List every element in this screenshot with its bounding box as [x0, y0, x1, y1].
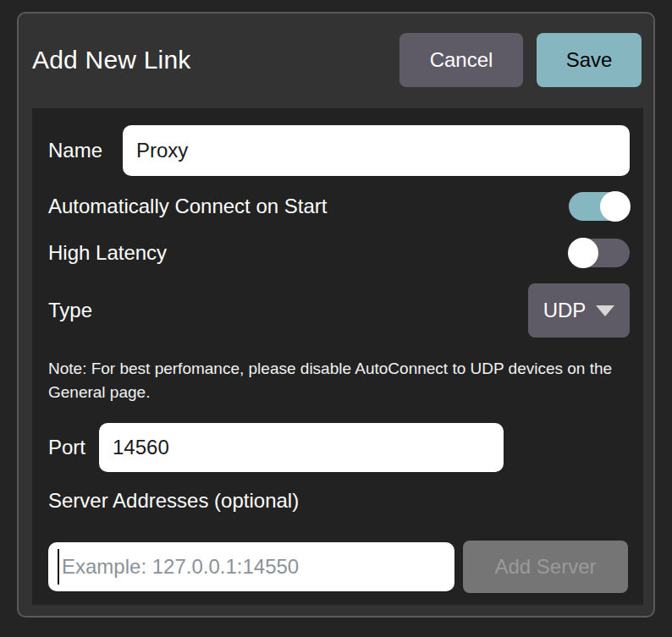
name-row: Name — [48, 125, 630, 176]
server-address-row: Add Server — [48, 541, 630, 593]
type-dropdown[interactable]: UDP — [528, 283, 630, 338]
server-addresses-label: Server Addresses (optional) — [48, 489, 630, 513]
text-cursor — [58, 549, 59, 585]
high-latency-row: High Latency — [48, 239, 630, 267]
type-dropdown-value: UDP — [543, 299, 587, 322]
auto-connect-row: Automatically Connect on Start — [48, 192, 630, 221]
port-row: Port — [48, 423, 630, 472]
toggle-knob — [568, 238, 598, 268]
auto-connect-label: Automatically Connect on Start — [48, 195, 328, 218]
type-row: Type UDP — [48, 283, 630, 338]
dialog-title: Add New Link — [32, 46, 191, 74]
port-input[interactable] — [99, 423, 504, 472]
header-buttons: Cancel Save — [399, 33, 642, 87]
high-latency-label: High Latency — [48, 241, 167, 265]
server-address-input[interactable] — [48, 542, 454, 591]
chevron-down-icon — [596, 305, 614, 316]
port-label: Port — [48, 436, 99, 459]
cancel-button[interactable]: Cancel — [399, 33, 523, 87]
add-server-button[interactable]: Add Server — [463, 541, 628, 593]
name-label: Name — [48, 139, 123, 162]
link-settings-panel: Name Automatically Connect on Start High… — [32, 108, 643, 605]
add-new-link-dialog: Add New Link Cancel Save Name Automatica… — [17, 12, 655, 618]
auto-connect-toggle[interactable] — [569, 192, 630, 221]
udp-note-text: Note: For best perfomance, please disabl… — [48, 357, 628, 404]
dialog-header: Add New Link Cancel Save — [19, 14, 653, 107]
server-address-input-wrap — [48, 541, 454, 593]
save-button[interactable]: Save — [537, 33, 642, 87]
type-label: Type — [48, 299, 92, 322]
name-input[interactable] — [123, 125, 630, 176]
high-latency-toggle[interactable] — [569, 239, 630, 267]
toggle-knob — [600, 191, 631, 222]
